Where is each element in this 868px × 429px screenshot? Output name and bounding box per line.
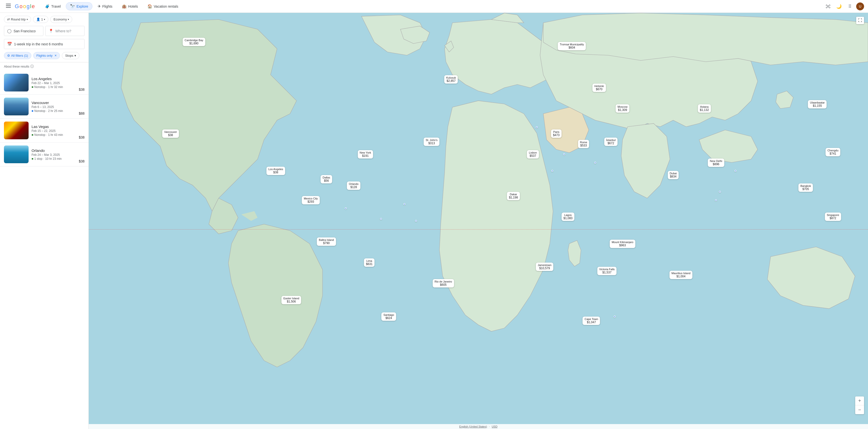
marker-price: $1,690	[189, 42, 199, 45]
tab-explore[interactable]: 🔭 Explore	[66, 2, 92, 10]
price-marker[interactable]: Lima $631	[364, 258, 375, 267]
passengers-selector[interactable]: 👤 1 ▾	[33, 16, 48, 23]
dark-mode-icon[interactable]: 🌙	[835, 2, 843, 11]
flight-card[interactable]: Orlando Feb 24 – Mar 3, 2025 ■ 1 stop · …	[0, 143, 89, 166]
menu-icon[interactable]	[4, 1, 13, 11]
marker-price: $1,004	[677, 275, 686, 278]
map-area[interactable]: Cambridge Bay $1,690 Tromsø Municipality…	[89, 13, 868, 429]
zoom-out-button[interactable]: −	[855, 405, 864, 414]
price-marker[interactable]: Tromsø Municipality $604	[558, 42, 586, 50]
price-marker[interactable]: Ulaanbaatar $1,155	[808, 100, 827, 109]
city-dot[interactable]	[380, 218, 382, 220]
flight-card[interactable]: Los Angeles Feb 22 – Mar 1, 2025 ■ Nonst…	[0, 71, 89, 95]
city-dot[interactable]	[403, 203, 405, 205]
city-dot[interactable]	[536, 126, 538, 128]
trip-type-arrow: ▾	[27, 18, 28, 21]
marker-price: $1,083	[563, 216, 572, 220]
price-marker[interactable]: Mauritius Island $1,004	[670, 271, 692, 279]
marker-city-name: Jamestown	[538, 264, 552, 267]
user-avatar[interactable]: U	[856, 2, 864, 10]
city-dot[interactable]	[415, 220, 417, 222]
price-marker[interactable]: Singapore $872	[825, 213, 841, 221]
price-marker[interactable]: Rio de Janeiro $605	[433, 279, 454, 287]
price-marker[interactable]: Mexico City $293	[302, 196, 320, 205]
price-marker[interactable]: Astana $1,132	[698, 104, 711, 113]
price-marker[interactable]: Easter Island $1,506	[281, 296, 301, 304]
flights-only-close-icon[interactable]: ✕	[55, 54, 57, 57]
tab-travel[interactable]: 🧳 Travel	[41, 2, 65, 10]
marker-price: $604	[568, 46, 575, 49]
price-marker[interactable]: Cape Town $1,047	[583, 316, 600, 325]
stops-filter[interactable]: Stops ▾	[62, 52, 79, 59]
filter-icon: ⚙	[7, 54, 10, 57]
price-marker[interactable]: Dubai $834	[668, 171, 679, 179]
city-dot[interactable]	[614, 315, 616, 317]
price-marker[interactable]: Dallas $56	[321, 175, 332, 183]
price-marker[interactable]: New York $191	[358, 150, 373, 158]
price-marker[interactable]: Moscow $1,309	[616, 104, 629, 113]
language-selector[interactable]: English (United States)	[459, 425, 487, 428]
price-marker[interactable]: Chengdu $741	[825, 148, 840, 156]
marker-city-name: Lima	[366, 259, 372, 262]
currency-selector[interactable]: USD	[492, 425, 497, 428]
card-price: $38	[79, 88, 85, 91]
price-marker[interactable]: Santiago $624	[381, 312, 396, 321]
nav-right: 🌙 ⠿ U	[824, 2, 864, 11]
tab-flights[interactable]: ✈ Flights	[93, 2, 117, 10]
city-dot[interactable]	[715, 199, 717, 201]
price-marker[interactable]: Victoria Falls $1,537	[597, 267, 617, 275]
passengers-arrow: ▾	[44, 18, 45, 21]
price-marker[interactable]: Dakar $1,198	[507, 192, 520, 200]
price-marker[interactable]: Rome $533	[578, 140, 589, 148]
google-lens-icon[interactable]	[824, 2, 833, 11]
city-dot[interactable]	[719, 191, 721, 193]
marker-city-name: Dubai	[670, 172, 677, 175]
city-dot[interactable]	[735, 170, 736, 172]
flights-only-filter[interactable]: Flights only ✕	[33, 52, 60, 59]
date-range-field[interactable]: 📅 1-week trip in the next 6 months	[4, 39, 85, 49]
tab-vacation-rentals[interactable]: 🏠 Vacation rentals	[143, 2, 182, 10]
tab-hotels[interactable]: 🏨 Hotels	[118, 2, 142, 10]
card-dates: Feb 24 – Mar 3, 2025	[32, 153, 76, 157]
origin-field[interactable]: ◯ San Francisco	[4, 26, 43, 36]
price-marker[interactable]: İstanbul $672	[604, 137, 618, 146]
info-icon[interactable]: ⓘ	[30, 64, 34, 69]
marker-price: $473	[553, 133, 560, 137]
city-dot[interactable]	[345, 207, 347, 209]
marker-price: $1,155	[813, 104, 822, 108]
marker-price: $624	[385, 316, 392, 320]
trip-type-selector[interactable]: ⇄ Round trip ▾	[4, 16, 31, 23]
price-marker[interactable]: St. John's $313	[424, 137, 439, 146]
marker-price: $537	[530, 154, 536, 157]
price-marker[interactable]: Kulusuk $2,857	[444, 75, 458, 84]
city-dot[interactable]	[563, 153, 565, 155]
price-marker[interactable]: Baltra Island $790	[317, 238, 336, 246]
price-marker[interactable]: Vancouver $38	[162, 129, 179, 138]
marker-city-name: Rio de Janeiro	[434, 280, 452, 283]
marker-price: $38	[273, 171, 278, 174]
zoom-in-button[interactable]: +	[855, 396, 864, 405]
price-marker[interactable]: Cambridge Bay $1,690	[183, 38, 205, 46]
price-marker[interactable]: Lagos $1,083	[561, 213, 575, 221]
city-dot[interactable]	[551, 170, 553, 172]
fullscreen-button[interactable]: ⛶	[856, 17, 864, 24]
price-marker[interactable]: Jamestown $10,579	[536, 263, 554, 271]
flight-card[interactable]: Vancouver Feb 6 – 13, 2025 ■ Nonstop · 2…	[0, 95, 89, 119]
price-marker[interactable]: Paris $473	[551, 129, 562, 138]
all-filters-button[interactable]: ⚙ All filters (1)	[4, 52, 31, 59]
destination-image	[4, 98, 29, 115]
cabin-class-selector[interactable]: Economy ▾	[50, 16, 72, 23]
cabin-arrow: ▾	[68, 18, 69, 21]
flight-card[interactable]: Las Vegas Feb 15 – 22, 2025 ■ Nonstop · …	[0, 119, 89, 143]
price-marker[interactable]: Lisbon $537	[527, 150, 539, 158]
destination-field[interactable]: 📍 Where to?	[45, 26, 85, 36]
price-marker[interactable]: Los Angeles $38	[267, 167, 285, 175]
apps-icon[interactable]: ⠿	[845, 2, 854, 11]
price-marker[interactable]: Helsinki $670	[592, 84, 606, 92]
price-marker[interactable]: Mount Kilimanjaro $963	[610, 240, 636, 248]
price-marker[interactable]: New Delhi $896	[708, 158, 724, 167]
price-marker[interactable]: Orlando $128	[347, 181, 361, 190]
city-dot[interactable]	[594, 162, 596, 164]
price-marker[interactable]: Bangkok $705	[799, 183, 813, 192]
flight-results-list: Los Angeles Feb 22 – Mar 1, 2025 ■ Nonst…	[0, 71, 89, 166]
